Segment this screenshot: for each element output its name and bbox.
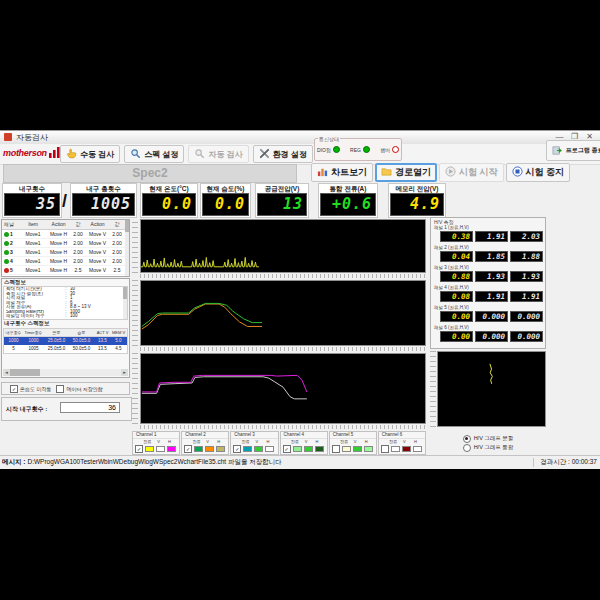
brand-bars-icon: [49, 146, 60, 158]
seven-seg-display: 0.0: [202, 193, 249, 216]
table-row[interactable]: 5Move1Move H2.5Move V2.5: [2, 266, 129, 275]
scrollbar-thumb[interactable]: [10, 369, 40, 376]
table-cell: Move H: [46, 257, 71, 265]
radio-icon[interactable]: [463, 435, 471, 443]
legend-checkbox[interactable]: ✓: [184, 445, 192, 453]
vertical-scrollbar[interactable]: [123, 287, 127, 319]
legend-color-swatch[interactable]: [293, 446, 302, 452]
table-row[interactable]: 1000100025.0±5.050.0±5.013.55.0: [4, 337, 127, 345]
toolbar-button[interactable]: 환경 설정: [253, 145, 313, 163]
hv-channel-displays: 0.000.0000.000: [434, 331, 545, 342]
hv-channel: 채널 4 (전류,H,V)0.081.911.91: [431, 285, 545, 305]
table-row[interactable]: 6Move1Move H2.5Move V2.5: [2, 275, 129, 277]
legend-color-swatch[interactable]: [254, 446, 263, 452]
table-row[interactable]: 3Move1Move H2.00Move V2.00: [2, 248, 129, 257]
hand-icon: [66, 148, 77, 161]
toolbar-button[interactable]: 수동 검사: [60, 145, 120, 163]
legend-checkbox[interactable]: [332, 445, 340, 453]
table-cell: 2.00: [110, 248, 124, 256]
legend-column-label: 전류: [142, 439, 153, 444]
hv-mini-chart[interactable]: [437, 351, 546, 427]
table-row[interactable]: 1Move1Move H2.00Move V2.00: [2, 230, 129, 239]
legend-checkbox[interactable]: ✓: [135, 445, 143, 453]
v-measure-chart[interactable]: [140, 353, 426, 424]
legend-color-swatch[interactable]: [413, 446, 422, 452]
table-cell: 4.5: [111, 345, 126, 353]
channel-number: 2: [10, 239, 13, 247]
legend-color-swatch[interactable]: [304, 446, 313, 452]
radio-icon[interactable]: [463, 444, 471, 452]
action-button[interactable]: 경로열기: [375, 163, 437, 182]
legend-checkbox[interactable]: ✓: [233, 445, 241, 453]
action-button-label: 경로열기: [395, 166, 431, 179]
display-label: 공급전압(V): [256, 184, 308, 193]
table-cell: 1000: [4, 337, 23, 345]
legend-swatch-row: [330, 445, 376, 453]
legend-color-swatch[interactable]: [265, 446, 274, 452]
h-measure-chart[interactable]: [140, 280, 426, 346]
legend-color-swatch[interactable]: [167, 446, 176, 452]
hv-graph-radio[interactable]: H/V 그래프 분할: [430, 434, 546, 443]
hv-channel-list: 채널 1 (전류,H,V)0.381.912.03채널 2 (전류,H,V)0.…: [431, 225, 545, 345]
toolbar-button[interactable]: 스펙 설정: [124, 145, 184, 163]
status-message-label: 메시지 :: [2, 458, 25, 465]
action-button[interactable]: 시험 중지: [506, 163, 571, 182]
legend-color-swatch[interactable]: [145, 446, 154, 452]
start-count-input[interactable]: [60, 402, 120, 413]
legend-color-swatch[interactable]: [342, 446, 351, 452]
horizontal-scrollbar[interactable]: ◂▸: [3, 369, 128, 376]
screen: 자동검사 — ❐ ✕ motherson 수동 검사스펙 설정자동 검사환경 설…: [0, 0, 600, 600]
action-buttons: 차트보기경로열기시험 시작시험 중지: [311, 163, 570, 182]
channel-error-icon: [4, 268, 9, 273]
legend-color-swatch[interactable]: [216, 446, 225, 452]
no-save-option[interactable]: 데이터 저장안함: [56, 385, 102, 393]
seven-seg-display: 0.00: [440, 311, 473, 322]
table-cell: 2.00: [110, 257, 124, 265]
comm-item-label: DIO접: [317, 147, 331, 153]
spec-info-list: 최대 대기시간(분):30측정 시간 설정(초):30시작 채널:1채널 개수:…: [3, 286, 128, 320]
scroll-left-arrow-icon[interactable]: ◂: [3, 369, 10, 376]
comm-status-ok-icon: [333, 146, 340, 153]
no-save-checkbox[interactable]: [56, 385, 64, 393]
legend-color-swatch[interactable]: [156, 446, 165, 452]
hv-graph-radio[interactable]: H/V 그래프 통합: [430, 443, 546, 452]
seven-seg-display: 1.91: [475, 231, 508, 242]
legend-color-swatch[interactable]: [243, 446, 252, 452]
table-row[interactable]: 2Move1Move H2.00Move V2.00: [2, 239, 129, 248]
legend-checkbox[interactable]: [381, 445, 389, 453]
legend-color-swatch[interactable]: [194, 446, 203, 452]
legend-color-swatch[interactable]: [402, 446, 411, 452]
seven-seg-display: 1.85: [475, 251, 508, 262]
table-cell: Move H: [46, 275, 71, 277]
channel-ok-icon: [4, 250, 9, 255]
channel-number: 5: [10, 266, 13, 274]
legend-color-swatch[interactable]: [205, 446, 214, 452]
legend-color-swatch[interactable]: [391, 446, 400, 452]
table-cell: 50.0±5.0: [69, 337, 94, 345]
table-row[interactable]: 4Move1Move H2.00Move V2.00: [2, 257, 129, 266]
humidity-off-option[interactable]: ✓ 온습도 미작동: [10, 385, 51, 393]
status-bar: 메시지 :D:WProgWGA100TesterWbinWDebugWlogWS…: [0, 455, 600, 469]
scrollbar-thumb[interactable]: [123, 287, 127, 299]
table-cell: 2.5: [110, 266, 124, 274]
seven-seg-display: 0.88: [440, 271, 473, 282]
legend-swatch-row: ✓: [281, 445, 327, 453]
seven-seg-display: 4.9: [390, 193, 444, 216]
scroll-right-arrow-icon[interactable]: ▸: [121, 369, 128, 376]
table-row[interactable]: 5100525.0±5.050.0±5.013.54.5: [4, 345, 127, 353]
hv-panel-title: H/V 측정: [431, 218, 545, 225]
legend-color-swatch[interactable]: [353, 446, 362, 452]
scrollbar-thumb[interactable]: [125, 220, 129, 232]
action-button[interactable]: 차트보기: [311, 163, 373, 182]
humidity-off-checkbox[interactable]: ✓: [10, 385, 18, 393]
legend-color-swatch[interactable]: [315, 446, 324, 452]
program-exit-button[interactable]: 프로그램 종료: [546, 140, 600, 161]
legend-color-swatch[interactable]: [364, 446, 373, 452]
seven-seg-display: 0.08: [440, 291, 473, 302]
display-group: 내구횟수35: [2, 183, 62, 218]
legend-checkbox[interactable]: ✓: [283, 445, 291, 453]
seven-seg-display: 1.91: [475, 291, 508, 302]
current-chart[interactable]: [140, 219, 426, 273]
channel-legend: Channel 1전류VH✓Channel 2전류VH✓Channel 3전류V…: [132, 431, 426, 455]
vertical-scrollbar[interactable]: [125, 220, 129, 276]
